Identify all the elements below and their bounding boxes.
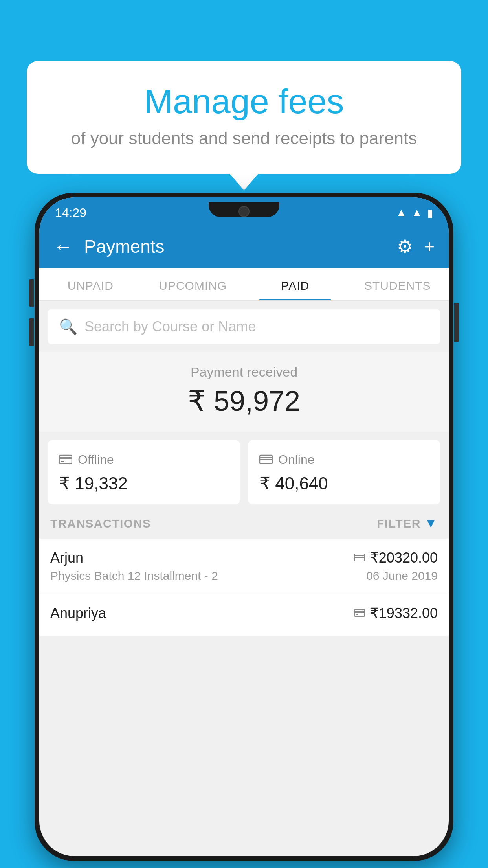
speech-bubble-title: Manage fees bbox=[50, 83, 438, 121]
offline-icon bbox=[59, 451, 72, 468]
search-icon: 🔍 bbox=[59, 318, 77, 335]
app-bar-title: Payments bbox=[84, 236, 389, 257]
transaction-amount: ₹20320.00 bbox=[370, 550, 438, 566]
filter-label: FILTER bbox=[377, 517, 421, 530]
search-input[interactable]: Search by Course or Name bbox=[84, 318, 256, 335]
transactions-header: TRANSACTIONS FILTER ▼ bbox=[39, 504, 449, 539]
tab-bar: UNPAID UPCOMING PAID STUDENTS bbox=[39, 268, 449, 301]
filter-icon: ▼ bbox=[425, 516, 438, 531]
transaction-row-bottom: Physics Batch 12 Installment - 2 06 June… bbox=[50, 569, 438, 583]
transaction-name: Arjun bbox=[50, 550, 83, 566]
offline-card: Offline ₹ 19,332 bbox=[48, 440, 240, 504]
svg-rect-10 bbox=[354, 611, 365, 613]
content-area: 🔍 Search by Course or Name Payment recei… bbox=[39, 301, 449, 636]
app-bar-actions: ⚙ + bbox=[397, 236, 435, 257]
transaction-item[interactable]: Anupriya ₹19332.00 bbox=[39, 594, 449, 636]
transaction-date: 06 June 2019 bbox=[366, 569, 438, 583]
online-label: Online bbox=[278, 452, 315, 467]
status-icons: ▲ ▲ ▮ bbox=[396, 206, 433, 219]
payment-cards: Offline ₹ 19,332 bbox=[48, 440, 440, 504]
transaction-name: Anupriya bbox=[50, 605, 106, 622]
speech-bubble-subtitle: of your students and send receipts to pa… bbox=[50, 129, 438, 148]
online-icon bbox=[259, 451, 273, 468]
transaction-course: Physics Batch 12 Installment - 2 bbox=[50, 569, 218, 583]
svg-rect-2 bbox=[61, 461, 64, 462]
payment-received-section: Payment received ₹ 59,972 bbox=[39, 352, 449, 432]
online-card: Online ₹ 40,640 bbox=[248, 440, 440, 504]
app-bar: ← Payments ⚙ + bbox=[39, 225, 449, 268]
transaction-row-top: Anupriya ₹19332.00 bbox=[50, 605, 438, 622]
svg-rect-0 bbox=[59, 455, 72, 464]
online-payment-icon bbox=[354, 551, 365, 565]
payment-amount-large: ₹ 59,972 bbox=[39, 384, 449, 417]
offline-amount: ₹ 19,332 bbox=[59, 473, 229, 493]
transaction-item[interactable]: Arjun ₹20320.00 bbox=[39, 539, 449, 594]
svg-rect-1 bbox=[59, 457, 72, 459]
battery-icon: ▮ bbox=[427, 206, 433, 219]
transactions-label: TRANSACTIONS bbox=[50, 517, 151, 530]
offline-card-header: Offline bbox=[59, 451, 229, 468]
phone-screen: 14:29 ▲ ▲ ▮ ← Payments ⚙ + UNPAID bbox=[39, 197, 449, 856]
add-icon[interactable]: + bbox=[424, 236, 435, 257]
transaction-row-top: Arjun ₹20320.00 bbox=[50, 550, 438, 566]
tab-paid[interactable]: PAID bbox=[244, 268, 347, 300]
back-button[interactable]: ← bbox=[53, 235, 73, 258]
tab-unpaid[interactable]: UNPAID bbox=[39, 268, 142, 300]
transaction-list: Arjun ₹20320.00 bbox=[39, 539, 449, 636]
power-button bbox=[454, 303, 459, 342]
tab-students[interactable]: STUDENTS bbox=[347, 268, 449, 300]
signal-icon: ▲ bbox=[411, 206, 422, 219]
transaction-amount: ₹19332.00 bbox=[370, 605, 438, 622]
phone-camera bbox=[238, 206, 250, 217]
online-amount: ₹ 40,640 bbox=[259, 473, 429, 493]
transaction-amount-row: ₹20320.00 bbox=[354, 550, 438, 566]
speech-bubble: Manage fees of your students and send re… bbox=[27, 61, 461, 174]
transaction-amount-row: ₹19332.00 bbox=[354, 605, 438, 622]
wifi-icon: ▲ bbox=[396, 206, 407, 219]
settings-icon[interactable]: ⚙ bbox=[397, 236, 413, 257]
payment-received-label: Payment received bbox=[39, 364, 449, 380]
phone-notch bbox=[209, 202, 279, 217]
phone-outer: 14:29 ▲ ▲ ▮ ← Payments ⚙ + UNPAID bbox=[35, 193, 453, 861]
volume-up-button bbox=[29, 279, 34, 307]
volume-down-button bbox=[29, 318, 34, 346]
online-card-header: Online bbox=[259, 451, 429, 468]
status-time: 14:29 bbox=[55, 206, 86, 220]
offline-payment-icon bbox=[354, 607, 365, 620]
filter-button[interactable]: FILTER ▼ bbox=[377, 516, 438, 531]
phone: 14:29 ▲ ▲ ▮ ← Payments ⚙ + UNPAID bbox=[35, 193, 453, 861]
tab-upcoming[interactable]: UPCOMING bbox=[142, 268, 244, 300]
search-container[interactable]: 🔍 Search by Course or Name bbox=[48, 309, 440, 344]
svg-rect-11 bbox=[356, 614, 358, 615]
offline-label: Offline bbox=[78, 452, 114, 467]
